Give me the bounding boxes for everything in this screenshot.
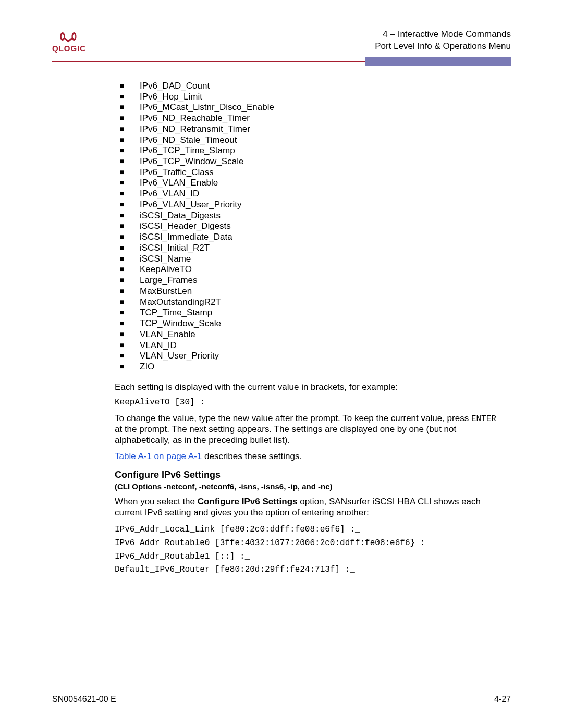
list-item: IPv6_Hop_Limit: [120, 92, 500, 103]
header-line-1: 4 – Interactive Mode Commands: [375, 29, 511, 41]
list-item: IPv6_VLAN_User_Priority: [120, 200, 500, 211]
list-item: VLAN_ID: [120, 340, 500, 351]
list-item: IPv6_ND_Stale_Timeout: [120, 135, 500, 146]
page-footer: SN0054621-00 E 4-27: [52, 695, 511, 704]
qlogic-logo-icon: [57, 30, 81, 43]
section-subtitle-ipv6: (CLI Options -netconf, -netconf6, -isns,…: [115, 482, 500, 491]
list-item: IPv6_ND_Retransmit_Timer: [120, 124, 500, 135]
list-item: MaxOutstandingR2T: [120, 297, 500, 308]
logo-text: QLOGIC: [52, 44, 86, 53]
list-item: IPv6_ND_Reachable_Timer: [120, 113, 500, 124]
example-code-1: KeepAliveTO [30] :: [115, 398, 500, 408]
list-item: IPv6_VLAN_ID: [120, 189, 500, 200]
list-item: TCP_Time_Stamp: [120, 307, 500, 318]
list-item: iSCSI_Immediate_Data: [120, 232, 500, 243]
intro-para: Each setting is displayed with the curre…: [115, 382, 500, 393]
qlogic-logo: QLOGIC: [52, 30, 86, 53]
list-item: IPv6_DAD_Count: [120, 81, 500, 92]
footer-page-num: 4-27: [494, 695, 511, 704]
page-header: QLOGIC 4 – Interactive Mode Commands Por…: [52, 29, 511, 56]
list-item: iSCSI_Name: [120, 254, 500, 265]
table-ref-para: Table A-1 on page A-1 describes these se…: [115, 451, 500, 462]
table-a1-link[interactable]: Table A-1 on page A-1: [115, 451, 202, 461]
parameter-list: IPv6_DAD_CountIPv6_Hop_LimitIPv6_MCast_L…: [120, 81, 500, 373]
example-code-2: IPv6_Addr_Local_Link [fe80:2c0:ddff:fe08…: [115, 523, 500, 576]
list-item: VLAN_User_Priority: [120, 351, 500, 362]
list-item: iSCSI_Header_Digests: [120, 221, 500, 232]
list-item: iSCSI_Data_Digests: [120, 211, 500, 221]
list-item: Large_Frames: [120, 275, 500, 286]
list-item: ZIO: [120, 362, 500, 373]
list-item: MaxBurstLen: [120, 286, 500, 297]
header-title-block: 4 – Interactive Mode Commands Port Level…: [375, 29, 511, 53]
list-item: IPv6_Traffic_Class: [120, 167, 500, 178]
change-value-para: To change the value, type the new value …: [115, 413, 500, 446]
ipv6-intro-para: When you select the Configure IPv6 Setti…: [115, 497, 500, 518]
header-rule: [52, 57, 511, 66]
header-line-2: Port Level Info & Operations Menu: [375, 41, 511, 53]
list-item: IPv6_VLAN_Enable: [120, 178, 500, 189]
list-item: KeepAliveTO: [120, 264, 500, 275]
list-item: IPv6_TCP_Time_Stamp: [120, 145, 500, 156]
section-title-ipv6: Configure IPv6 Settings: [115, 470, 500, 481]
ipv6-option-bold: Configure IPv6 Settings: [198, 497, 298, 507]
list-item: IPv6_MCast_Listnr_Disco_Enable: [120, 102, 500, 113]
footer-doc-id: SN0054621-00 E: [52, 695, 116, 704]
enter-key: ENTER: [471, 414, 496, 424]
list-item: TCP_Window_Scale: [120, 318, 500, 329]
list-item: iSCSI_Initial_R2T: [120, 243, 500, 254]
list-item: IPv6_TCP_Window_Scale: [120, 156, 500, 167]
list-item: VLAN_Enable: [120, 329, 500, 340]
page-content: IPv6_DAD_CountIPv6_Hop_LimitIPv6_MCast_L…: [115, 81, 500, 577]
